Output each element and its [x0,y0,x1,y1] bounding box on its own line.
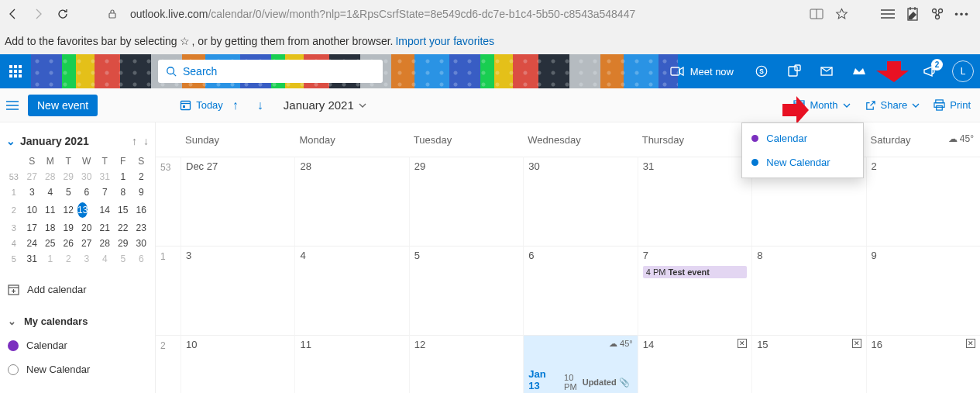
calendar-event[interactable]: 4 PM Test event [643,266,747,278]
mini-day[interactable]: 6 [77,184,96,200]
period-title[interactable]: January 2021 [284,98,366,112]
more-icon[interactable]: ••• [955,9,969,20]
mini-day[interactable]: 4 [41,184,60,200]
calendar-cell[interactable]: 9 [866,246,980,335]
add-calendar-button[interactable]: Add calendar [5,278,150,302]
hamburger-icon[interactable] [0,101,28,110]
mini-day[interactable]: 2 [132,169,151,184]
calendar-toggle-new-calendar[interactable]: New Calendar [5,357,150,381]
mini-day[interactable]: 30 [77,169,96,184]
calendar-cell[interactable]: 8 [751,246,865,335]
mini-day[interactable]: 24 [23,236,42,251]
share-browser-icon[interactable] [930,7,944,21]
mini-day[interactable]: 11 [41,200,60,220]
mini-day[interactable]: 29 [60,169,78,184]
mini-day[interactable]: 30 [132,236,151,251]
back-icon[interactable] [6,8,20,20]
app-launcher-icon[interactable] [0,54,31,88]
mini-day[interactable]: 9 [132,184,151,200]
mini-day[interactable]: 3 [23,184,42,200]
outlook-icon[interactable] [811,54,842,88]
mini-day[interactable]: 1 [114,169,132,184]
mini-day[interactable]: 31 [96,169,115,184]
mini-day[interactable]: 4 [96,251,115,267]
calendar-cell[interactable]: 15✕ [751,335,865,393]
mini-day[interactable]: 1 [41,251,60,267]
mini-day[interactable]: 14 [96,200,115,220]
import-favorites-link[interactable]: Import your favorites [395,35,494,47]
avatar[interactable]: L [952,60,974,82]
weather-chip[interactable]: ☁ 45° [948,133,975,144]
new-event-button[interactable]: New event [28,95,98,116]
calendar-cell[interactable]: 10 [181,335,294,393]
mini-day[interactable]: 12 [60,200,78,220]
mini-calendar[interactable]: SMTWTFS 53272829303112134567892101112131… [5,153,150,267]
calendar-cell[interactable]: 5 [409,246,523,335]
mini-cal-header[interactable]: ⌄ January 2021 ↑ ↓ [5,132,150,150]
calendar-cell[interactable]: 30 [523,157,637,246]
address-bar[interactable]: outlook.live.com/calendar/0/view/month?n… [130,8,635,20]
calendar-cell[interactable]: 3 [181,246,294,335]
mini-day[interactable]: 27 [77,236,96,251]
mini-day[interactable]: 25 [41,236,60,251]
mini-day[interactable]: 21 [96,220,115,236]
mini-day[interactable]: 10 [23,200,42,220]
mini-day[interactable]: 17 [23,220,42,236]
meet-now-button[interactable]: Meet now [659,66,744,78]
skype-icon[interactable]: S [746,54,777,88]
calendar-cell[interactable]: 14✕ [638,335,751,393]
favorite-star-icon[interactable] [834,8,848,21]
mini-day[interactable]: 6 [132,251,151,267]
mini-day[interactable]: 28 [96,236,115,251]
calendar-cell[interactable]: 4 [294,246,408,335]
mini-day[interactable]: 20 [77,220,96,236]
next-period-button[interactable]: ↓ [248,98,273,112]
prev-period-button[interactable]: ↑ [223,98,248,112]
calendar-cell[interactable]: 6 [523,246,637,335]
mini-day[interactable]: 5 [60,184,78,200]
calendar-cell[interactable]: 74 PM Test event [638,246,751,335]
mini-day[interactable]: 5 [114,251,132,267]
today-button[interactable]: Today [180,99,223,111]
mini-day[interactable]: 8 [114,184,132,200]
share-menu-item-calendar[interactable]: Calendar [742,126,863,150]
mini-day[interactable]: 3 [77,251,96,267]
calendar-cell[interactable]: 2 [866,157,980,246]
premium-icon[interactable] [844,54,875,88]
mini-prev-button[interactable]: ↑ [132,135,137,147]
mini-day[interactable]: 29 [114,236,132,251]
mini-day[interactable]: 16 [132,200,151,220]
mini-day[interactable]: 13 [77,200,80,220]
search-box[interactable] [158,60,383,83]
print-button[interactable]: Print [934,99,971,111]
calendar-toggle-calendar[interactable]: Calendar [5,333,150,357]
search-input[interactable] [183,65,375,78]
share-button[interactable]: Share Calendar New Calendar [865,99,920,111]
mini-day[interactable]: 22 [114,220,132,236]
notes-icon[interactable] [906,7,920,21]
menu-lines-icon[interactable] [881,9,895,19]
teams-icon[interactable] [779,54,810,88]
my-calendars-section[interactable]: ⌄ My calendars [5,309,150,333]
mini-day[interactable]: 27 [23,169,42,184]
calendar-cell[interactable]: 28 [294,157,408,246]
mini-day[interactable]: 15 [114,200,132,220]
calendar-cell[interactable]: Jan 13☁ 45°10 PM Updated 📎 [523,335,637,393]
mini-day[interactable]: 7 [96,184,115,200]
calendar-event[interactable]: 10 PM Updated 📎 [561,371,633,393]
mini-day[interactable]: 2 [60,251,78,267]
mini-day[interactable]: 18 [41,220,60,236]
calendar-cell[interactable]: 29 [409,157,523,246]
mini-day[interactable]: 28 [41,169,60,184]
megaphone-icon[interactable]: 2 [913,54,944,88]
calendar-cell[interactable]: 11 [294,335,408,393]
refresh-icon[interactable] [56,8,70,20]
mini-day[interactable]: 26 [60,236,78,251]
mini-day[interactable]: 23 [132,220,151,236]
calendar-cell[interactable]: Dec 27 [181,157,294,246]
calendar-cell[interactable]: 16✕ [866,335,980,393]
mini-day[interactable]: 19 [60,220,78,236]
share-menu-item-new-calendar[interactable]: New Calendar [742,150,863,174]
mini-next-button[interactable]: ↓ [143,135,149,147]
reading-icon[interactable] [810,8,824,20]
